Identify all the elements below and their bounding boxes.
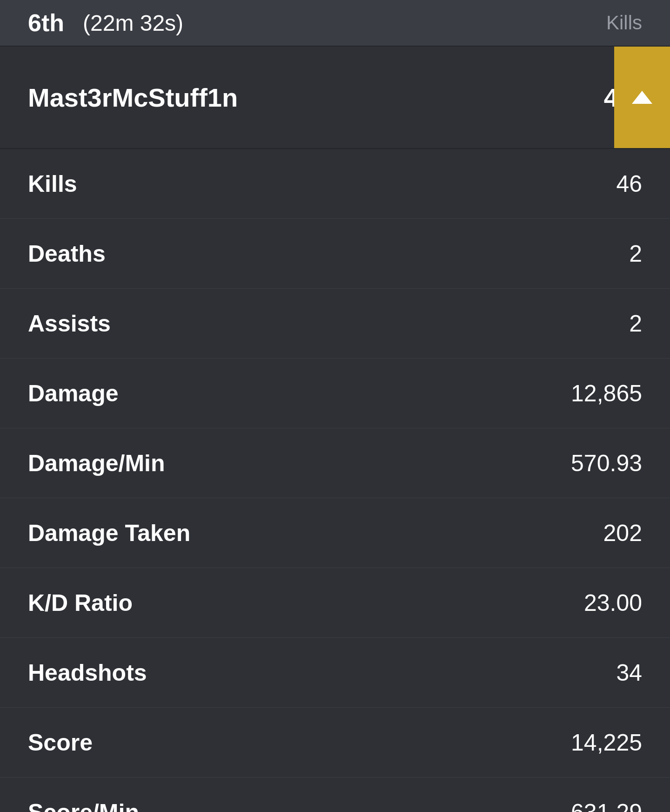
stat-row: Damage Taken202 [0,498,670,568]
stat-row: Score14,225 [0,708,670,778]
stat-label: Assists [28,310,111,337]
stat-value: 2 [629,240,642,267]
player-row: Mast3rMcStuff1n 46 [0,47,670,149]
stat-label: Damage [28,380,119,407]
stat-row: Damage/Min570.93 [0,428,670,498]
stats-container: Kills46Deaths2Assists2Damage12,865Damage… [0,149,670,812]
stat-label: Score [28,729,93,756]
stat-label: Damage/Min [28,450,165,477]
stat-label: Deaths [28,240,106,267]
stat-label: K/D Ratio [28,589,133,616]
stat-row: Assists2 [0,289,670,359]
stat-value: 34 [616,659,642,686]
stat-row: K/D Ratio23.00 [0,568,670,638]
stat-value: 46 [616,170,642,197]
stat-row: Deaths2 [0,219,670,289]
stat-value: 23.00 [584,589,642,616]
header-bar: 6th (22m 32s) Kills [0,0,670,47]
header-rank: 6th [28,9,64,37]
header-label: Kills [606,12,642,34]
stat-row: Score/Min631.29 [0,778,670,812]
stat-label: Damage Taken [28,520,190,547]
stat-label: Score/Min [28,799,139,812]
expand-arrow-icon [632,91,652,104]
stat-value: 12,865 [571,380,642,407]
stat-value: 2 [629,310,642,337]
stat-value: 202 [603,520,642,547]
player-name: Mast3rMcStuff1n [28,82,604,113]
stat-value: 570.93 [571,450,642,477]
stat-label: Headshots [28,659,147,686]
expand-button[interactable] [614,47,670,148]
stat-row: Damage12,865 [0,359,670,428]
stat-value: 631.29 [571,799,642,812]
stat-row: Headshots34 [0,638,670,708]
header-time: (22m 32s) [83,10,606,36]
stat-row: Kills46 [0,149,670,219]
stat-label: Kills [28,170,77,197]
stat-value: 14,225 [571,729,642,756]
